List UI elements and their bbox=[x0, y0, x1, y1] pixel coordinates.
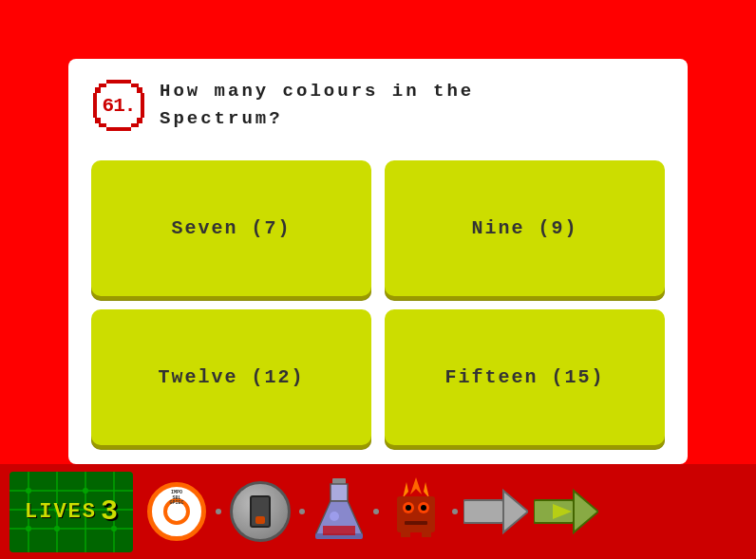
svg-rect-1 bbox=[99, 84, 106, 87]
question-number-badge: 61. bbox=[91, 78, 146, 133]
svg-marker-45 bbox=[574, 491, 598, 532]
lives-count: 3 bbox=[101, 495, 118, 528]
svg-point-19 bbox=[26, 488, 31, 494]
question-panel: 61. How many colours in the Spectrum? Se… bbox=[68, 59, 688, 464]
svg-marker-31 bbox=[410, 477, 422, 494]
svg-point-21 bbox=[83, 488, 88, 494]
svg-marker-32 bbox=[403, 482, 408, 498]
lives-circuit-area: LIVES 3 bbox=[9, 472, 133, 552]
svg-point-29 bbox=[330, 512, 339, 521]
flask-icon bbox=[311, 477, 368, 546]
svg-rect-30 bbox=[323, 526, 355, 535]
svg-rect-6 bbox=[141, 93, 144, 118]
svg-rect-2 bbox=[131, 84, 139, 87]
dot-sep-4 bbox=[452, 509, 458, 514]
question-line2: Spectrum? bbox=[160, 108, 283, 129]
arrow-icon-1[interactable] bbox=[463, 478, 528, 545]
lifering-icon: IMPOSBLGPIEC bbox=[147, 482, 206, 541]
svg-rect-3 bbox=[95, 87, 101, 93]
svg-rect-7 bbox=[95, 118, 101, 123]
svg-point-37 bbox=[406, 505, 411, 511]
svg-rect-0 bbox=[106, 80, 131, 84]
svg-rect-39 bbox=[405, 521, 427, 525]
svg-rect-4 bbox=[137, 87, 142, 93]
answer-button-4[interactable]: Fifteen (15) bbox=[385, 309, 665, 445]
arrow-icon-2[interactable] bbox=[534, 478, 598, 545]
gray-tool-icon bbox=[227, 478, 293, 545]
svg-rect-25 bbox=[332, 478, 346, 484]
answers-grid: Seven (7) Nine (9) Twelve (12) Fifteen (… bbox=[91, 160, 665, 445]
lifering-icon-slot: IMPOSBLGPIEC bbox=[143, 478, 210, 545]
svg-rect-5 bbox=[93, 93, 97, 118]
dot-sep-2 bbox=[299, 509, 305, 514]
svg-rect-10 bbox=[131, 123, 139, 127]
svg-rect-9 bbox=[99, 123, 106, 127]
question-number-text: 61. bbox=[103, 95, 136, 117]
question-line1: How many colours in the bbox=[160, 81, 474, 102]
answer-button-2[interactable]: Nine (9) bbox=[385, 160, 665, 296]
svg-rect-8 bbox=[137, 118, 142, 123]
svg-marker-33 bbox=[424, 482, 429, 498]
svg-point-38 bbox=[421, 505, 426, 511]
dot-sep-1 bbox=[216, 509, 221, 514]
question-text: How many colours in the Spectrum? bbox=[160, 78, 474, 134]
answer-button-3[interactable]: Twelve (12) bbox=[91, 309, 371, 445]
answer-button-1[interactable]: Seven (7) bbox=[91, 160, 371, 296]
lives-label: LIVES bbox=[25, 500, 97, 524]
question-area: 61. How many colours in the Spectrum? bbox=[91, 78, 665, 134]
bottom-bar: LIVES 3 IMPOSBLGPIEC bbox=[0, 464, 756, 559]
svg-rect-26 bbox=[331, 484, 348, 501]
svg-rect-42 bbox=[463, 500, 503, 523]
svg-rect-40 bbox=[401, 530, 410, 537]
lives-display: LIVES 3 bbox=[25, 495, 118, 528]
svg-marker-43 bbox=[503, 491, 528, 532]
svg-rect-11 bbox=[106, 127, 131, 131]
svg-rect-34 bbox=[397, 496, 435, 532]
lifering-text: IMPOSBLGPIEC bbox=[169, 491, 183, 507]
svg-rect-41 bbox=[422, 530, 431, 537]
dot-sep-3 bbox=[373, 509, 379, 514]
creature-icon bbox=[385, 477, 446, 546]
